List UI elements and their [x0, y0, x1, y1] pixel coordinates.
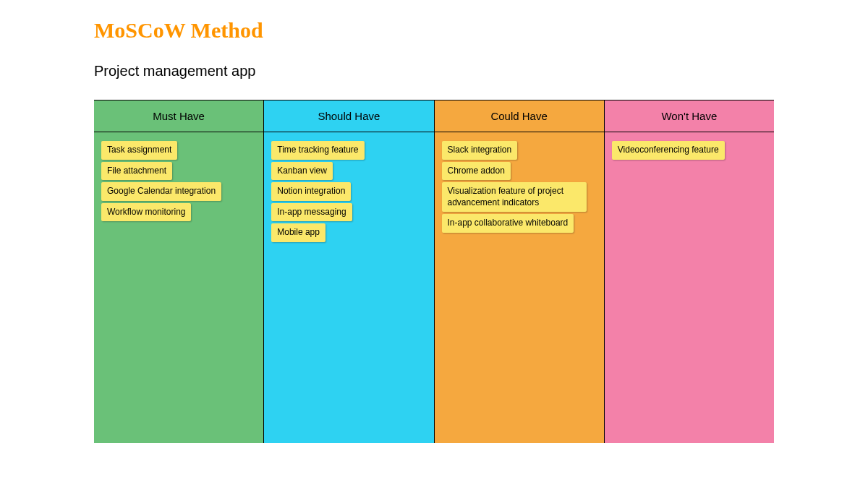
column-body[interactable]: Time tracking feature Kanban view Notion… [264, 132, 433, 443]
moscow-board: Must Have Task assignment File attachmen… [94, 100, 774, 443]
column-body[interactable]: Task assignment File attachment Google C… [94, 132, 263, 443]
column-body[interactable]: Slack integration Chrome addon Visualiza… [435, 132, 604, 443]
card[interactable]: In-app collaborative whiteboard [442, 214, 574, 233]
card[interactable]: Time tracking feature [271, 141, 364, 160]
column-header: Must Have [94, 100, 263, 132]
card[interactable]: In-app messaging [271, 203, 352, 222]
page-subtitle: Project management app [94, 63, 774, 80]
card[interactable]: Videoconferencing feature [612, 141, 725, 160]
column-should-have: Should Have Time tracking feature Kanban… [264, 100, 434, 443]
column-could-have: Could Have Slack integration Chrome addo… [435, 100, 605, 443]
card[interactable]: Task assignment [101, 141, 177, 160]
card[interactable]: Google Calendar integration [101, 182, 221, 201]
column-must-have: Must Have Task assignment File attachmen… [94, 100, 264, 443]
column-wont-have: Won't Have Videoconferencing feature [605, 100, 774, 443]
card[interactable]: Mobile app [271, 223, 326, 242]
card[interactable]: Slack integration [442, 141, 518, 160]
column-header: Should Have [264, 100, 433, 132]
column-header: Won't Have [605, 100, 774, 132]
card[interactable]: Workflow monitoring [101, 203, 191, 222]
card[interactable]: Notion integration [271, 182, 351, 201]
column-header: Could Have [435, 100, 604, 132]
page-title: MoSCoW Method [94, 18, 774, 43]
card[interactable]: File attachment [101, 162, 172, 181]
card[interactable]: Kanban view [271, 162, 333, 181]
column-body[interactable]: Videoconferencing feature [605, 132, 774, 443]
card[interactable]: Chrome addon [442, 162, 511, 181]
card[interactable]: Visualization feature of project advance… [442, 182, 587, 212]
